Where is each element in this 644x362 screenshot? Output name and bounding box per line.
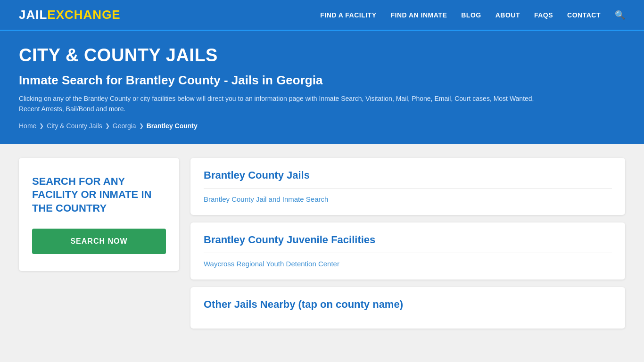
facility-card-juvenile: Brantley County Juvenile Facilities Wayc… <box>190 222 625 280</box>
logo[interactable]: JAILEXCHANGE <box>19 8 121 22</box>
facility-jails-link[interactable]: Brantley County Jail and Inmate Search <box>204 195 328 203</box>
facility-juvenile-title[interactable]: Brantley County Juvenile Facilities <box>204 234 612 246</box>
breadcrumb-separator-1: ❯ <box>39 123 44 129</box>
facility-card-nearby: Other Jails Nearby (tap on county name) <box>190 287 625 329</box>
facility-nearby-title[interactable]: Other Jails Nearby (tap on county name) <box>204 298 612 311</box>
facility-card-jails: Brantley County Jails Brantley County Ja… <box>190 158 625 215</box>
nav-about[interactable]: ABOUT <box>495 11 520 19</box>
breadcrumb-current: Brantley County <box>147 122 198 130</box>
logo-jail: JAIL <box>19 8 47 22</box>
divider-2 <box>204 253 612 253</box>
breadcrumb-georgia[interactable]: Georgia <box>113 122 136 130</box>
search-icon[interactable]: 🔍 <box>615 10 625 20</box>
left-panel: SEARCH FOR ANY FACILITY OR INMATE IN THE… <box>19 158 179 271</box>
nav-find-facility[interactable]: FIND A FACILITY <box>320 11 376 19</box>
page-title: CITY & COUNTY JAILS <box>19 45 625 66</box>
breadcrumb: Home ❯ City & County Jails ❯ Georgia ❯ B… <box>19 122 625 130</box>
nav-faqs[interactable]: FAQs <box>534 11 553 19</box>
nav-blog[interactable]: BLOG <box>461 11 481 19</box>
hero-section: CITY & COUNTY JAILS Inmate Search for Br… <box>0 31 644 144</box>
breadcrumb-city-county[interactable]: City & County Jails <box>47 122 102 130</box>
facility-list: Brantley County Jails Brantley County Ja… <box>190 158 625 329</box>
facility-jails-title[interactable]: Brantley County Jails <box>204 169 612 181</box>
facility-juvenile-link[interactable]: Waycross Regional Youth Detention Center <box>204 260 339 268</box>
breadcrumb-separator-3: ❯ <box>139 123 144 129</box>
breadcrumb-home[interactable]: Home <box>19 122 36 130</box>
header: JAILEXCHANGE FIND A FACILITY FIND AN INM… <box>0 0 644 31</box>
divider-1 <box>204 188 612 189</box>
search-card: SEARCH FOR ANY FACILITY OR INMATE IN THE… <box>19 158 179 271</box>
search-card-title: SEARCH FOR ANY FACILITY OR INMATE IN THE… <box>32 175 166 215</box>
logo-exchange: EXCHANGE <box>47 8 120 22</box>
main-content: SEARCH FOR ANY FACILITY OR INMATE IN THE… <box>0 144 644 343</box>
breadcrumb-separator-2: ❯ <box>105 123 110 129</box>
hero-subtitle: Inmate Search for Brantley County - Jail… <box>19 73 625 88</box>
nav-contact[interactable]: CONTACT <box>567 11 601 19</box>
hero-description: Clicking on any of the Brantley County o… <box>19 93 537 115</box>
search-now-button[interactable]: SEARCH NOW <box>32 229 166 254</box>
nav-find-inmate[interactable]: FIND AN INMATE <box>390 11 447 19</box>
main-nav: FIND A FACILITY FIND AN INMATE BLOG ABOU… <box>320 10 625 20</box>
